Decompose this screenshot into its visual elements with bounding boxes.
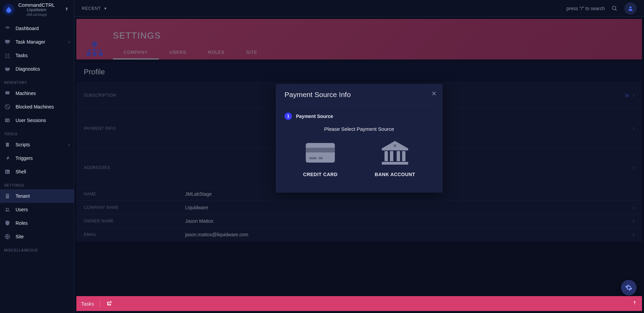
brand-title: CommandCTRL bbox=[18, 2, 55, 8]
sidebar-item-users[interactable]: Users bbox=[0, 203, 74, 216]
chevron-right-icon: › bbox=[633, 92, 635, 99]
sidebar-item-tasks[interactable]: Tasks bbox=[0, 49, 74, 62]
chevron-right-icon: › bbox=[633, 164, 635, 171]
sidebar-item-dashboard[interactable]: Dashboard bbox=[0, 22, 74, 35]
bolt-icon bbox=[4, 155, 11, 162]
section-title: Profile bbox=[76, 62, 642, 82]
svg-point-22 bbox=[92, 41, 97, 47]
chevron-right-icon: › bbox=[633, 231, 635, 238]
svg-rect-12 bbox=[7, 194, 7, 195]
profile-row-owner-name[interactable]: OWNER NAMEJason Mattox› bbox=[76, 214, 642, 228]
sidebar-item-machines[interactable]: Machines bbox=[0, 87, 74, 100]
sidebar-item-label: Triggers bbox=[16, 155, 33, 161]
gear-icon bbox=[625, 284, 633, 291]
settings-fab[interactable] bbox=[621, 280, 637, 295]
sitemap-icon bbox=[84, 41, 105, 57]
pin-sidebar-button[interactable] bbox=[63, 5, 71, 14]
server-icon bbox=[4, 90, 11, 97]
users-icon bbox=[4, 206, 11, 213]
app-logo bbox=[3, 3, 15, 16]
payment-choices: CREDIT CARD bbox=[284, 137, 434, 180]
chevron-right-icon: › bbox=[68, 142, 70, 148]
profile-row-company-name[interactable]: COMPANY NAMELiquidware› bbox=[76, 201, 642, 214]
page-title: SETTINGS bbox=[76, 19, 642, 46]
svg-rect-27 bbox=[306, 148, 335, 152]
bank-icon bbox=[380, 140, 410, 166]
scroll-icon bbox=[4, 141, 11, 148]
sidebar-item-shell[interactable]: Shell bbox=[0, 165, 74, 178]
sidebar-item-diagnostics[interactable]: Diagnostics bbox=[0, 62, 74, 76]
external-link-icon bbox=[106, 301, 112, 306]
sidebar-item-user-sessions[interactable]: User Sessions bbox=[0, 114, 74, 127]
terminal-icon bbox=[4, 168, 11, 175]
recent-dropdown[interactable]: RECENT ▼ bbox=[82, 6, 107, 11]
nav-section-header: INVENTORY bbox=[0, 76, 74, 87]
svg-rect-11 bbox=[6, 194, 9, 198]
svg-rect-37 bbox=[382, 162, 408, 165]
svg-point-31 bbox=[394, 144, 396, 147]
search-icon[interactable] bbox=[611, 5, 618, 12]
topbar: RECENT ▼ press "/" to search bbox=[74, 0, 644, 17]
nav-section-header: SETTINGS bbox=[0, 178, 74, 189]
sidebar-item-label: Roles bbox=[16, 220, 28, 226]
list-check-icon bbox=[4, 52, 11, 59]
row-value: jason.mattox@liquidware.com bbox=[185, 232, 633, 237]
sidebar: CommandCTRL Liquidware JMLabStage Dashbo… bbox=[0, 0, 74, 313]
modal-title: Payment Source Info bbox=[284, 91, 434, 105]
bank-account-label: BANK ACCOUNT bbox=[375, 172, 415, 177]
payment-source-modal: Payment Source Info ✕ 1 Payment Source P… bbox=[276, 84, 443, 193]
pin-tasks-button[interactable] bbox=[633, 300, 637, 307]
svg-rect-14 bbox=[7, 195, 7, 196]
close-button[interactable]: ✕ bbox=[431, 90, 437, 97]
tab-users[interactable]: USERS bbox=[159, 46, 197, 59]
svg-rect-25 bbox=[99, 52, 103, 56]
svg-rect-28 bbox=[309, 157, 317, 159]
row-label: SUBSCRIPTION bbox=[84, 93, 185, 98]
tab-site[interactable]: SITE bbox=[236, 46, 268, 59]
user-menu-button[interactable] bbox=[624, 2, 637, 15]
sidebar-item-scripts[interactable]: Scripts› bbox=[0, 138, 74, 151]
sidebar-item-triggers[interactable]: Triggers bbox=[0, 151, 74, 165]
brand-header: CommandCTRL Liquidware JMLabStage bbox=[0, 0, 74, 19]
step-number-badge: 1 bbox=[284, 113, 292, 120]
search-hint: press "/" to search bbox=[567, 6, 605, 11]
sidebar-item-label: Site bbox=[16, 234, 24, 239]
id-card-icon bbox=[4, 117, 11, 124]
tab-company[interactable]: COMPANY bbox=[113, 46, 159, 59]
row-link[interactable]: te bbox=[625, 93, 629, 98]
sidebar-item-label: Machines bbox=[16, 91, 36, 96]
modal-prompt: Please Select Payment Source bbox=[284, 126, 434, 132]
sidebar-item-label: Dashboard bbox=[16, 26, 39, 31]
close-icon: ✕ bbox=[431, 90, 437, 97]
row-value: Liquidware bbox=[185, 205, 633, 210]
tab-roles[interactable]: ROLES bbox=[197, 46, 236, 59]
divider bbox=[100, 300, 100, 307]
svg-rect-34 bbox=[390, 151, 393, 161]
credit-card-choice[interactable]: CREDIT CARD bbox=[296, 137, 344, 180]
pin-icon bbox=[633, 300, 637, 305]
sidebar-item-tenant[interactable]: Tenant bbox=[0, 189, 74, 203]
credit-card-icon bbox=[305, 140, 336, 166]
profile-row-email[interactable]: EMAILjason.mattox@liquidware.com› bbox=[76, 228, 642, 241]
row-label: COMPANY NAME bbox=[84, 205, 185, 210]
brand-subtitle: Liquidware bbox=[18, 8, 55, 13]
sidebar-item-roles[interactable]: Roles bbox=[0, 216, 74, 230]
sidebar-item-blocked-machines[interactable]: Blocked Machines bbox=[0, 100, 74, 114]
nav-section-header: TOOLS bbox=[0, 127, 74, 138]
sidebar-item-site[interactable]: Site bbox=[0, 230, 74, 243]
nav: DashboardTask Manager›TasksDiagnosticsIN… bbox=[0, 19, 74, 254]
bank-account-choice[interactable]: BANK ACCOUNT bbox=[368, 137, 422, 180]
globe-icon bbox=[4, 233, 11, 240]
svg-rect-8 bbox=[8, 119, 9, 120]
row-label: NAME bbox=[84, 192, 185, 196]
chevron-right-icon: › bbox=[633, 204, 635, 211]
blocked-icon bbox=[4, 103, 11, 110]
svg-rect-3 bbox=[5, 94, 9, 95]
svg-rect-9 bbox=[8, 120, 9, 121]
recent-label: RECENT bbox=[82, 6, 101, 11]
sidebar-item-label: Blocked Machines bbox=[16, 104, 54, 110]
open-external-button[interactable] bbox=[106, 301, 112, 306]
chevron-down-icon: ▼ bbox=[103, 6, 107, 10]
sidebar-item-task-manager[interactable]: Task Manager› bbox=[0, 35, 74, 49]
svg-rect-15 bbox=[8, 195, 8, 196]
